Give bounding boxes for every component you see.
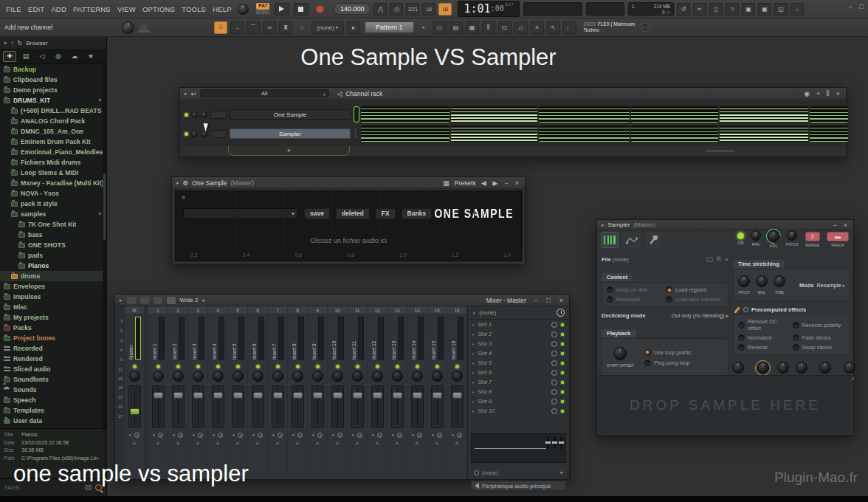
sampler-close[interactable]: × — [842, 221, 849, 229]
strip-enable-led[interactable] — [455, 365, 459, 368]
channel-selector-indicator[interactable] — [354, 106, 359, 123]
tree-item[interactable]: pads — [0, 250, 103, 261]
clip-block[interactable] — [631, 106, 718, 123]
radio-off-icon[interactable] — [793, 322, 799, 329]
strip-pan-knob[interactable] — [252, 371, 264, 382]
tab-favorites[interactable]: ★ — [84, 51, 97, 62]
solo-dot[interactable] — [352, 434, 354, 436]
channel-name-button[interactable]: Sampler — [230, 128, 351, 139]
radio-off-icon[interactable] — [666, 296, 672, 303]
clip-block[interactable] — [361, 126, 450, 142]
file-clipboard-icon[interactable]: ⎘ — [717, 255, 721, 263]
fader-cap[interactable] — [333, 392, 342, 399]
strip-enable-led[interactable] — [296, 365, 300, 368]
snap-selector[interactable]: (none) ▸ — [311, 21, 344, 34]
record-arm-icon[interactable] — [158, 433, 163, 438]
volume-knob-dial[interactable] — [768, 230, 779, 242]
fader-cap[interactable] — [173, 392, 183, 399]
fader-cap[interactable] — [313, 392, 323, 399]
range-value-badge[interactable]: 2 — [805, 232, 820, 241]
clip-preview-row[interactable] — [361, 126, 848, 142]
time-display[interactable]: 1:01 :00 B:S:T — [458, 1, 519, 17]
strip-enable-led[interactable] — [376, 365, 379, 368]
volume-fader[interactable] — [371, 385, 384, 428]
tree-item[interactable]: ANALOG Chord Pack — [0, 116, 103, 126]
plugin-slot-header[interactable]: ◖ (none) — [468, 306, 569, 320]
mixer-strip[interactable]: 6Insert 6 — [248, 306, 267, 479]
strip-pan-knob[interactable] — [372, 371, 383, 382]
clip-block[interactable] — [810, 126, 848, 142]
strip-pan-knob[interactable] — [332, 371, 343, 382]
one-sample-close[interactable]: × — [514, 179, 520, 187]
tree-item[interactable]: 7K One Shot Kit — [0, 219, 103, 230]
ts-knob-dial[interactable] — [756, 275, 768, 287]
strip-enable-led[interactable] — [276, 365, 280, 368]
tree-item[interactable]: Packs — [0, 323, 103, 333]
fader-cap[interactable] — [433, 392, 442, 399]
strip-enable-led[interactable] — [196, 365, 200, 368]
volume-fader[interactable] — [152, 385, 165, 428]
effect-slot[interactable]: ▸Slot 7 — [468, 377, 569, 387]
strip-pan-knob[interactable] — [193, 371, 204, 382]
tree-item[interactable]: Envelopes — [0, 281, 103, 292]
solo-dot[interactable] — [173, 434, 175, 436]
mixer-strip[interactable]: 2Insert 2 — [168, 306, 187, 479]
volume-fader[interactable] — [232, 385, 244, 428]
tab-misc[interactable] — [645, 232, 663, 248]
slot-enable-led[interactable] — [560, 409, 565, 413]
strip-enable-led[interactable] — [256, 365, 260, 368]
save-button[interactable]: save — [304, 208, 330, 219]
tempo-display[interactable]: 140.000 — [334, 3, 371, 15]
start-offset-dial[interactable] — [613, 347, 627, 360]
sample-knob-dial[interactable] — [777, 362, 789, 374]
save-icon[interactable]: ▣ — [742, 3, 755, 16]
tree-item[interactable]: Sounds — [0, 385, 103, 395]
mixer-strip[interactable]: 8Insert 8 — [288, 306, 307, 479]
slot-knob[interactable] — [551, 322, 557, 328]
step-edit-icon[interactable]: ⌸ — [214, 21, 227, 34]
fx-option[interactable]: Normalize — [738, 334, 791, 341]
rack-swing-knob[interactable]: ◉ — [802, 90, 811, 97]
play-button[interactable] — [275, 3, 289, 16]
solo-dot[interactable] — [129, 434, 131, 436]
record-arm-icon[interactable] — [317, 433, 323, 438]
fader-cap[interactable] — [293, 392, 303, 399]
fader-cap[interactable] — [213, 392, 223, 399]
radio-off-icon[interactable] — [738, 322, 745, 329]
tree-item[interactable]: Backup — [0, 64, 103, 75]
slot-enable-led[interactable] — [560, 380, 565, 385]
menu-item-options[interactable]: OPTIONS — [142, 5, 175, 13]
content-option[interactable]: Keep on disk — [607, 286, 664, 293]
solo-dot[interactable] — [432, 434, 434, 436]
browser-scrollbar[interactable] — [103, 64, 106, 428]
slot-enable-led[interactable] — [560, 371, 565, 375]
loop-option[interactable]: Ping pong loop — [644, 360, 691, 366]
effect-slot[interactable]: ▸Slot 10 — [468, 406, 569, 416]
plugin-menu-icon[interactable]: ▸ — [176, 180, 179, 186]
strip-enable-led[interactable] — [236, 365, 240, 368]
file-open-icon[interactable] — [706, 257, 713, 262]
rack-undo-icon[interactable]: ↩ — [191, 90, 196, 97]
mixer-menu-icon[interactable]: ▸ — [120, 298, 123, 303]
pitch-range[interactable]: 2RANGE — [805, 230, 820, 247]
strip-pan-knob[interactable] — [173, 371, 184, 382]
volume-fader[interactable] — [351, 385, 364, 428]
content-option[interactable]: Load slice markers — [666, 296, 723, 303]
tree-item[interactable]: Speech — [0, 395, 103, 405]
mixer-view-icon[interactable] — [167, 297, 176, 304]
menu-item-file[interactable]: FILE — [6, 5, 21, 13]
record-arm-icon[interactable] — [198, 433, 203, 438]
mixer-view-value[interactable]: Wide 2 — [180, 297, 199, 303]
record-arm-icon[interactable] — [278, 433, 283, 438]
channel-rack-icon[interactable]: ▦ — [466, 21, 479, 34]
loop-option[interactable]: Use loop points — [644, 349, 691, 356]
mixer-strip[interactable]: 4Insert 4 — [208, 306, 227, 479]
pattern-mode-badge[interactable]: PAT — [256, 3, 269, 10]
channel-enable-led[interactable] — [185, 132, 188, 136]
clip-block[interactable] — [539, 126, 630, 142]
radio-off-icon[interactable] — [738, 334, 745, 341]
track-badge[interactable]: ▬ — [827, 232, 849, 241]
solo-dot[interactable] — [193, 434, 195, 436]
tree-item[interactable]: Rendered — [0, 354, 103, 364]
clip-block[interactable] — [361, 106, 450, 123]
